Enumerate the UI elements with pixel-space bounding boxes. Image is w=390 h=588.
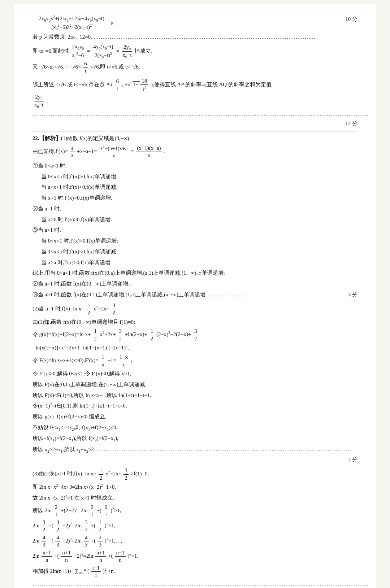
- line-Fprime-solve: 令 F′(x)>0,解得 0<x<1;令 F′(x)<0,解得 x>1,: [32, 369, 358, 379]
- line-p3-expand: 即 2ln x+x2−4x+3=2ln x+(x−2)2−1>0,: [32, 482, 358, 492]
- fraction-6t: 6 t: [83, 60, 88, 75]
- line-summary3: ③当 a>1 时,函数 f(x)在(0,1)上单调递增,(1,a)上单调递减,(…: [32, 290, 358, 300]
- frac-half: 1 2: [86, 302, 91, 317]
- frac-3-2: 3 2: [112, 302, 117, 317]
- line-p3-identity: 故 2ln x+(x−2)2>1 在 x>1 时恒成立,: [32, 493, 358, 503]
- frac-a-x: a x: [70, 145, 75, 159]
- frac-p3-genb: n+1 n: [61, 549, 72, 564]
- line-p3-sub2: 2ln 3 2 +( 3 2 −2)2=2ln 3 2 +( 1 2 )2>1,: [32, 519, 358, 533]
- frac-x2: x2−(a+1)x+a x: [99, 144, 129, 160]
- line-sqrt6: 又−√6<x0<√6,∴ −√6< 6 t <√6,即 t>√6 或 t<−√6…: [32, 60, 358, 75]
- line-gx: 令 g(x)=f(x)+f(2−x)=ln x+ 1 2 x2−2x+ 3 2 …: [32, 328, 358, 342]
- score-12: 12 分: [345, 119, 358, 129]
- frac-p3-sub1c: 0 1: [104, 504, 109, 518]
- formula-block-1: = 2x0y0λ2+(2tx0−12)λ+4y0(x0−t) (x02−6)λ2…: [32, 14, 358, 31]
- sqrt-expr: 3− 18 t2: [132, 78, 150, 93]
- frac-factor: (x−1)(x−a) x: [136, 145, 162, 159]
- frac-gx1: 1 2: [93, 328, 98, 342]
- line-summary: 综上所述,t>√6 或 t<−√6,存在点 A ( 6 t , ±√ 3− 18…: [32, 78, 358, 93]
- sum-formula: ∑i=1n ( i−1 i )2: [75, 568, 108, 574]
- frac-final-a: i−1 i: [91, 565, 101, 579]
- line-part3-header: (3)由(2)知,x>1 时,f(x)=ln x+ 1 2 x2−2x+ 3 2…: [32, 467, 358, 482]
- frac-p3-sub2d: 1 2: [98, 519, 103, 533]
- frac-p3-sub2a: 3 2: [42, 519, 47, 533]
- paren-open: (: [111, 82, 113, 87]
- frac-p3-sub1b: 2 1: [90, 504, 95, 518]
- frac-gx4: 3 2: [193, 328, 198, 342]
- fraction-4y: 4y0(x0−t) 2(x0−t)2: [92, 43, 114, 60]
- line-p3-gen: 2ln n+1 n +( n+1 n −2)2=2ln n+1 n +( n−1…: [32, 549, 358, 564]
- fraction-2xy: 2x0y0 x02−6: [71, 43, 85, 60]
- line-Fx-mono: 所以 F(x)在(0,1)上单调递增,在(1,+∞)上单调递减,: [32, 380, 358, 390]
- line-summary2: ②当 a=1 时,函数 f(x)在(0,+∞)上单调递增;: [32, 279, 358, 289]
- line-p-const: 若 p 为常数,则 2tx0−12=0, ……………………………………………………: [32, 32, 358, 43]
- line-summary1: 综上,①当 0<a<1 时,函数 f(x)在(0,a)上单调递增,(a,1)上单…: [32, 268, 358, 278]
- score-10: 10 分: [345, 14, 358, 25]
- line-case3b: 当 1<x<a 时,f′(x)<0,f(x)单调递减;: [32, 247, 358, 257]
- main-page: = 2x0y0λ2+(2tx0−12)λ+4y0(x0−t) (x02−6)λ2…: [14, 4, 376, 588]
- equals-sign: =: [32, 19, 35, 25]
- line-case1: ①当 0<a<1 时,: [32, 161, 358, 171]
- frac-p3-sub2b: 3 2: [55, 519, 60, 533]
- line-case2a: 当 x>0 时,f′(x)≥0,f(x)单调递增.: [32, 215, 358, 225]
- line-fprime: 由已知得,f′(x)= a x +x−a−1= x2−(a+1)x+a x = …: [32, 144, 358, 160]
- fraction-18t2: 18 t2: [140, 78, 148, 93]
- frac-gx2: 3 2: [118, 328, 123, 342]
- frac-p3-sub3b: 4 3: [55, 534, 60, 549]
- frac-p3-sub3c: 4 3: [84, 534, 89, 549]
- line-gx-le0: 所以 g(x)=f(x)+f(2−x)≤0 恒成立,: [32, 412, 358, 422]
- line-case1a: 当 0<x<a 时,f′(x)>0,f(x)单调递增;: [32, 172, 358, 182]
- equals-p: =p,: [108, 19, 115, 25]
- line-p3-sub1: 所以 2ln 2 1 +(2−2)2=2ln 2 1 +( 0 1 )2>1,: [32, 504, 358, 518]
- line-case1c: 当 x>1 时,f′(x)>0,f(x)单调递增.: [32, 193, 358, 203]
- line-case3a: 当 0<x<1 时,f′(x)>0,f(x)单调递增;: [32, 236, 358, 246]
- fraction-6t2: 6 t: [115, 78, 120, 92]
- line-wlog: 不妨设 0<x1<1<x2,则 f(x1)+f(2−x1)≤0,: [32, 423, 358, 433]
- fraction-2y0: 2y0 x0−t: [33, 93, 44, 109]
- line-tx0: 即 tx0=6,而此时 2x0y0 x02−6 = 4y0(x0−t) 2(x0…: [32, 43, 358, 60]
- line-x1x2-sum: 所以 x2≥2−x1,所以 x1+x2≥2. ………………………………………………: [32, 445, 358, 465]
- frac-p3-gend: n−1 n: [115, 549, 125, 564]
- problem-22-label: 22.【解析】: [32, 135, 61, 141]
- line-t-ineq: 令(x−1)2=t∈[0,1),则 ln(1−t)+t≤1−t−1+t=0,: [32, 401, 358, 411]
- frac-Fx2: 1−x x: [118, 354, 129, 368]
- line-2y0: 2y0 x0−t . ………………………………………………………………………………: [32, 93, 358, 129]
- line-case3: ③当 a>1 时,: [32, 225, 358, 235]
- problem-22-header: 22.【解析】(1)函数 f(x)的定义域是(0,+∞).: [32, 134, 358, 144]
- frac-p3-sub3a: 4 3: [42, 534, 47, 549]
- frac-gx3: 1 2: [150, 328, 155, 342]
- line-case2: ②当 a=1 时,: [32, 204, 358, 214]
- score-3: 3 分: [348, 290, 358, 300]
- frac-p3-sub1a: 2 1: [54, 504, 59, 518]
- line-part2-header: (2)当 a=1 时,f(x)=ln x+ 1 2 x2−2x+ 3 2 .: [32, 302, 358, 317]
- frac-p3-sub3d: 2 3: [98, 534, 103, 549]
- score-7: 7 分: [348, 455, 358, 465]
- fraction-2y: 2y0 x0−t: [121, 44, 133, 59]
- line-p3-sub3: 2ln 4 3 +( 4 3 −2)2=2ln 4 3 +( 2 3 )2>1,…: [32, 534, 358, 549]
- frac-p3-1: 1 2: [99, 467, 104, 482]
- frac-Fx1: 1 x: [100, 354, 105, 368]
- line-Fx-ineq: 所以 F(x)≤F(1)=0,所以 ln x≤x−1,所以 ln(1−t)≤1−…: [32, 391, 358, 401]
- frac-p3-2: 3 2: [124, 467, 129, 482]
- line-fx1-ineq: 所以−f(x1)≥f(2−x1),所以 f(x2)≥f(2−x1),: [32, 434, 358, 444]
- frac-p3-sub2c: 3 2: [84, 519, 89, 533]
- line-gx-simplify: =ln[x(2−x)]+x2−2x+1=ln[1−(x−1)2]+(x−1)2,: [32, 343, 358, 353]
- line-p3-final: 相加得 2ln(n+1)+ ∑i=1n ( i−1 i )2 >n. ………………: [32, 565, 358, 588]
- line-case3c: 当 x>a 时,f′(x)>0,f(x)单调递增.: [32, 258, 358, 268]
- frac-p3-genc: n+1 n: [95, 549, 106, 564]
- main-fraction: 2x0y0λ2+(2tx0−12)λ+4y0(x0−t) (x02−6)λ2+2…: [38, 14, 105, 31]
- frac-p3-gena: n+1 n: [42, 549, 52, 564]
- line-case1b: 当 a<x<1 时,f′(x)<0,f(x)单调递减;: [32, 182, 358, 192]
- line-Fx: 令 F(x)=ln x−x+1(x>0),F′(x)= 1 x −1= 1−x …: [32, 354, 358, 368]
- line-p2-mono: 由(1)知,函数 f(x)在(0,+∞)单调递增且 f(1)=0;: [32, 317, 358, 327]
